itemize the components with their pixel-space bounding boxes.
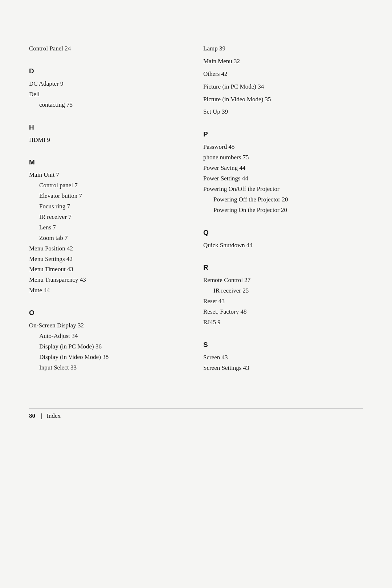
page-number: 80 xyxy=(29,412,35,420)
page-footer: 80 | Index xyxy=(29,408,363,420)
section-h: H HDMI 9 xyxy=(29,123,189,146)
entry-elevator-button: Elevator button 7 xyxy=(29,191,189,201)
entry-focus-ring: Focus ring 7 xyxy=(29,201,189,212)
entry-display-video-mode: Display (in Video Mode) 38 xyxy=(29,352,189,363)
section-o: O On-Screen Display 32 Auto-Adjust 34 Di… xyxy=(29,309,189,373)
entry-auto-adjust: Auto-Adjust 34 xyxy=(29,331,189,342)
section-header-q: Q xyxy=(203,229,363,237)
entry-control-panel: Control panel 7 xyxy=(29,180,189,191)
entry-phone-numbers: phone numbers 75 xyxy=(203,152,363,163)
left-top-entries: Control Panel 24 xyxy=(29,44,189,54)
entry-mute: Mute 44 xyxy=(29,285,189,296)
right-top-entry-5: Set Up 39 xyxy=(203,107,363,117)
section-header-p: P xyxy=(203,130,363,138)
entry-hdmi: HDMI 9 xyxy=(29,135,189,146)
section-p: P Password 45 phone numbers 75 Power Sav… xyxy=(203,130,363,215)
footer-separator: | xyxy=(41,412,42,420)
right-top-entry-3: Picture (in PC Mode) 34 xyxy=(203,82,363,92)
entry-power-settings: Power Settings 44 xyxy=(203,173,363,184)
entry-ir-receiver-r: IR receiver 25 xyxy=(203,286,363,296)
entry-rj45: RJ45 9 xyxy=(203,317,363,328)
entry-menu-position: Menu Position 42 xyxy=(29,244,189,254)
section-q: Q Quick Shutdown 44 xyxy=(203,229,363,251)
entry-dell: Dell xyxy=(29,89,189,100)
entry-powering-off: Powering Off the Projector 20 xyxy=(203,195,363,205)
entry-screen-settings: Screen Settings 43 xyxy=(203,363,363,373)
right-column: Lamp 39 Main Menu 32 Others 42 Picture (… xyxy=(203,44,363,387)
footer-label: Index xyxy=(46,412,61,420)
right-top-entry-1: Main Menu 32 xyxy=(203,56,363,67)
entry-power-saving: Power Saving 44 xyxy=(203,163,363,173)
entry-menu-settings: Menu Settings 42 xyxy=(29,254,189,265)
entry-on-screen-display: On-Screen Display 32 xyxy=(29,320,189,331)
entry-lens: Lens 7 xyxy=(29,222,189,233)
section-s: S Screen 43 Screen Settings 43 xyxy=(203,341,363,373)
right-top-entry-2: Others 42 xyxy=(203,69,363,79)
right-top-entries: Lamp 39 Main Menu 32 Others 42 Picture (… xyxy=(203,44,363,117)
left-top-entry-0: Control Panel 24 xyxy=(29,44,189,54)
section-m: M Main Unit 7 Control panel 7 Elevator b… xyxy=(29,158,189,296)
entry-quick-shutdown: Quick Shutdown 44 xyxy=(203,240,363,251)
section-header-r: R xyxy=(203,264,363,271)
section-header-s: S xyxy=(203,341,363,349)
section-header-h: H xyxy=(29,123,189,131)
entry-menu-transparency: Menu Transparency 43 xyxy=(29,275,189,285)
entry-display-pc-mode: Display (in PC Mode) 36 xyxy=(29,342,189,352)
entry-menu-timeout: Menu Timeout 43 xyxy=(29,264,189,275)
left-column: Control Panel 24 D DC Adapter 9 Dell con… xyxy=(29,44,189,387)
entry-powering-on-off: Powering On/Off the Projector xyxy=(203,184,363,195)
entry-remote-control: Remote Control 27 xyxy=(203,275,363,286)
entry-ir-receiver-m: IR receiver 7 xyxy=(29,212,189,222)
entry-reset: Reset 43 xyxy=(203,296,363,307)
entry-reset-factory: Reset, Factory 48 xyxy=(203,307,363,317)
right-top-entry-0: Lamp 39 xyxy=(203,44,363,54)
entry-zoom-tab: Zoom tab 7 xyxy=(29,233,189,244)
section-r: R Remote Control 27 IR receiver 25 Reset… xyxy=(203,264,363,327)
section-header-o: O xyxy=(29,309,189,317)
entry-password: Password 45 xyxy=(203,142,363,152)
section-header-m: M xyxy=(29,158,189,166)
entry-contacting: contacting 75 xyxy=(29,100,189,110)
entry-dc-adapter: DC Adapter 9 xyxy=(29,79,189,89)
entry-powering-on: Powering On the Projector 20 xyxy=(203,205,363,216)
section-d: D DC Adapter 9 Dell contacting 75 xyxy=(29,67,189,110)
left-top-entry-text-0: Control Panel 24 xyxy=(29,45,71,52)
right-top-entry-4: Picture (in Video Mode) 35 xyxy=(203,94,363,105)
entry-input-select: Input Select 33 xyxy=(29,363,189,373)
entry-main-unit: Main Unit 7 xyxy=(29,170,189,180)
entry-screen: Screen 43 xyxy=(203,352,363,363)
section-header-d: D xyxy=(29,67,189,75)
